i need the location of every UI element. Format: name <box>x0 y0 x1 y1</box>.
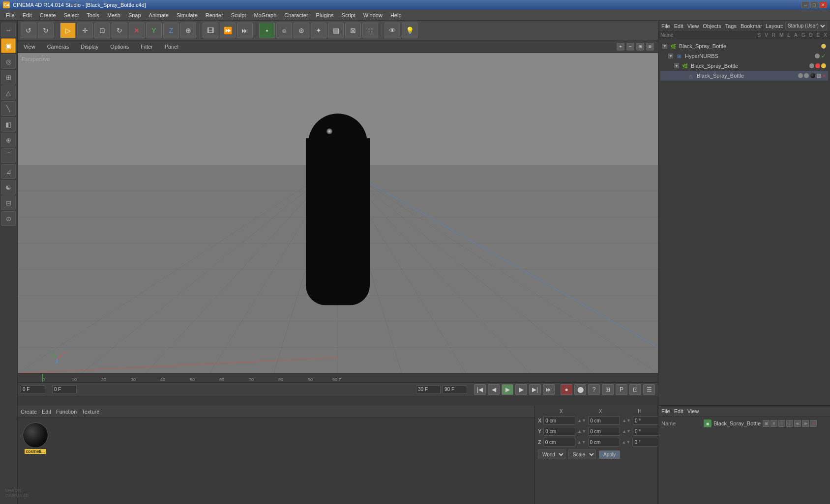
tag-button[interactable]: ∷ <box>362 23 378 38</box>
go-end-button[interactable]: ▶| <box>529 384 541 395</box>
obj-black-spray-bottle-obj[interactable]: ▼ 🌿 Black_Spray_Bottle <box>660 61 828 71</box>
camera-button[interactable]: ▤ <box>328 23 344 38</box>
go-end2-button[interactable]: ⏭ <box>543 384 555 395</box>
timeline-extra2-button[interactable]: ⊡ <box>629 384 641 395</box>
menu-mograph[interactable]: MoGraph <box>250 11 280 19</box>
obj-black-spray-bottle-mesh[interactable]: △ Black_Spray_Bottle T ✕ <box>660 71 828 81</box>
menu-create[interactable]: Create <box>36 11 60 19</box>
tool-rotate[interactable]: ◎ <box>1 54 16 69</box>
obj-dot-nurbs[interactable] <box>815 54 820 58</box>
obj-menu-view[interactable]: View <box>687 23 699 29</box>
obj-menu-file[interactable]: File <box>661 23 670 29</box>
apply-button[interactable]: Apply <box>599 450 620 459</box>
close-button[interactable]: ✕ <box>819 1 827 8</box>
obj-black-spray-bottle-root[interactable]: ▼ 🌿 Black_Spray_Bottle <box>660 41 828 51</box>
maximize-button[interactable]: □ <box>810 1 818 8</box>
obj-dot-bottle[interactable] <box>809 63 814 68</box>
y-axis-button[interactable]: Y <box>146 23 162 38</box>
coord-z-pos[interactable] <box>543 438 575 447</box>
attrib-btn4[interactable]: ↓ <box>786 420 793 427</box>
scale-tool-button[interactable]: ⊡ <box>94 23 110 38</box>
next-frame-button[interactable]: ▶ <box>515 384 527 395</box>
menu-render[interactable]: Render <box>202 11 227 19</box>
coord-y-pos[interactable] <box>543 427 575 436</box>
mat-menu-function[interactable]: Function <box>56 409 77 415</box>
viewport-canvas[interactable]: .gl{stroke:#666;stroke-width:0.5;opacity… <box>18 53 658 373</box>
light-icon-btn[interactable]: 💡 <box>402 23 417 38</box>
expand-bottle-obj[interactable]: ▼ <box>674 63 679 68</box>
tool-layer[interactable]: ⊟ <box>1 196 16 210</box>
tool-extrude[interactable]: ◧ <box>1 117 16 132</box>
tool-weld[interactable]: ⊕ <box>1 133 16 147</box>
obj-dot-bottle3[interactable] <box>821 63 826 68</box>
attrib-btn6[interactable]: ≫ <box>802 420 809 427</box>
minimize-button[interactable]: ─ <box>801 1 809 8</box>
fps-input[interactable] <box>416 385 441 394</box>
viewport-menu-cameras[interactable]: Cameras <box>45 43 71 51</box>
undo-button[interactable]: ↺ <box>21 23 36 38</box>
coord-button[interactable]: ⊕ <box>180 23 196 38</box>
mat-menu-create[interactable]: Create <box>21 409 37 415</box>
x-axis-button[interactable]: ✕ <box>129 23 145 38</box>
redo-button[interactable]: ↻ <box>38 23 54 38</box>
go-start-button[interactable]: |◀ <box>474 384 486 395</box>
rotate-tool-button[interactable]: ↻ <box>112 23 127 38</box>
obj-hypernurbs[interactable]: ▼ ⊞ HyperNURBS ✓ <box>660 51 828 61</box>
tool-move[interactable]: ↔ <box>1 23 16 37</box>
auto-key-button[interactable]: ⬤ <box>574 384 586 395</box>
obj-menu-edit[interactable]: Edit <box>674 23 683 29</box>
tool-measure[interactable]: ⊿ <box>1 164 16 179</box>
tool-select[interactable]: ▣ <box>1 38 16 53</box>
menu-animate[interactable]: Animate <box>145 11 173 19</box>
viewport-ctrl-plus[interactable]: + <box>617 43 624 51</box>
attrib-btn7[interactable]: ✕ <box>810 420 817 427</box>
attrib-btn2[interactable]: ≡ <box>771 420 777 427</box>
attrib-menu-view[interactable]: View <box>687 408 699 414</box>
viewport-menu-display[interactable]: Display <box>79 43 100 51</box>
menu-file[interactable]: File <box>2 11 19 19</box>
tool-paint[interactable]: ☯ <box>1 180 16 195</box>
timeline-mode-button[interactable]: ⊞ <box>602 384 614 395</box>
obj-dot-bottle2[interactable] <box>815 63 820 68</box>
frame-button[interactable]: 🎞 <box>203 23 218 38</box>
obj-menu-tags[interactable]: Tags <box>725 23 737 29</box>
tool-polygon[interactable]: △ <box>1 85 16 100</box>
viewport-ctrl-fit[interactable]: ⊕ <box>636 43 644 51</box>
coord-y-rot[interactable] <box>588 427 620 436</box>
menu-simulate[interactable]: Simulate <box>173 11 202 19</box>
tool-spline[interactable]: ⊙ <box>1 211 16 226</box>
tool-bend[interactable]: ⌒ <box>1 148 16 163</box>
viewport-menu-options[interactable]: Options <box>108 43 131 51</box>
mat-menu-edit[interactable]: Edit <box>42 409 51 415</box>
menu-snap[interactable]: Snap <box>124 11 145 19</box>
menu-sculpt[interactable]: Sculpt <box>227 11 250 19</box>
viewport-menu-panel[interactable]: Panel <box>163 43 180 51</box>
coord-z-rot[interactable] <box>588 438 620 447</box>
tool-scale[interactable]: ⊞ <box>1 70 16 84</box>
mat-menu-texture[interactable]: Texture <box>82 409 99 415</box>
coord-scale-select[interactable]: Scale <box>568 449 596 459</box>
expand-icon[interactable]: ▼ <box>662 44 667 49</box>
timeline-extra3-button[interactable]: ☰ <box>643 384 655 395</box>
expand-hypernurbs[interactable]: ▼ <box>668 54 673 58</box>
record-button[interactable]: ● <box>561 384 572 395</box>
attrib-menu-file[interactable]: File <box>661 408 670 414</box>
play-button[interactable]: ▶ <box>502 384 513 395</box>
menu-window[interactable]: Window <box>359 11 386 19</box>
menu-character[interactable]: Character <box>280 11 312 19</box>
menu-edit[interactable]: Edit <box>19 11 36 19</box>
menu-plugins[interactable]: Plugins <box>312 11 338 19</box>
menu-select[interactable]: Select <box>60 11 83 19</box>
light-button[interactable]: ✦ <box>311 23 326 38</box>
current-frame-input2[interactable] <box>52 385 77 394</box>
layout-select[interactable]: Startup (User) <box>785 22 827 30</box>
attrib-btn1[interactable]: ⊞ <box>763 420 770 427</box>
texture-button[interactable]: ⊠ <box>345 23 361 38</box>
attrib-menu-edit[interactable]: Edit <box>674 408 683 414</box>
current-frame-input[interactable] <box>21 385 45 394</box>
coord-x-pos[interactable] <box>543 416 575 425</box>
attrib-btn5[interactable]: ≪ <box>794 420 801 427</box>
z-axis-button[interactable]: Z <box>163 23 179 38</box>
timeline-extra-button[interactable]: P <box>616 384 627 395</box>
menu-tools[interactable]: Tools <box>83 11 103 19</box>
